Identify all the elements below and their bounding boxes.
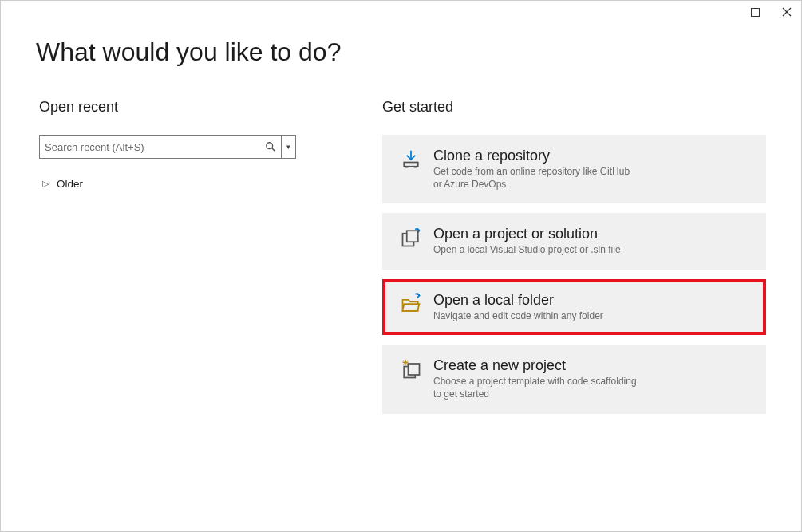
folder-open-icon bbox=[397, 292, 425, 315]
search-row: ▾ bbox=[39, 135, 334, 159]
action-title: Open a project or solution bbox=[433, 226, 749, 242]
page-title: What would you like to do? bbox=[1, 23, 801, 67]
search-input[interactable] bbox=[40, 141, 265, 153]
search-icon[interactable] bbox=[265, 141, 281, 152]
svg-rect-10 bbox=[407, 231, 418, 242]
open-recent-heading: Open recent bbox=[39, 99, 334, 116]
action-desc: Navigate and edit code within any folder bbox=[433, 310, 641, 323]
svg-rect-8 bbox=[414, 167, 417, 168]
main-content: Open recent ▾ ▷ Older Get started bbox=[1, 67, 801, 414]
action-desc: Choose a project template with code scaf… bbox=[433, 376, 641, 400]
svg-point-3 bbox=[267, 143, 273, 149]
clone-icon bbox=[397, 148, 425, 171]
get-started-heading: Get started bbox=[382, 99, 766, 116]
action-text: Open a project or solution Open a local … bbox=[425, 226, 749, 257]
open-recent-section: Open recent ▾ ▷ Older bbox=[39, 99, 334, 414]
action-text: Open a local folder Navigate and edit co… bbox=[425, 292, 749, 323]
action-desc: Get code from an online repository like … bbox=[433, 166, 641, 191]
action-open-project[interactable]: Open a project or solution Open a local … bbox=[382, 213, 766, 270]
recent-group-label: Older bbox=[57, 178, 83, 190]
maximize-button[interactable] bbox=[747, 4, 763, 20]
svg-line-4 bbox=[272, 148, 275, 152]
search-container[interactable] bbox=[39, 135, 282, 159]
action-title: Create a new project bbox=[433, 357, 749, 374]
recent-group-older[interactable]: ▷ Older bbox=[39, 171, 334, 190]
get-started-section: Get started Clone a repository Get code … bbox=[382, 99, 766, 414]
titlebar bbox=[1, 1, 801, 23]
action-create-new-project[interactable]: Create a new project Choose a project te… bbox=[382, 345, 766, 413]
action-title: Clone a repository bbox=[433, 148, 749, 164]
action-desc: Open a local Visual Studio project or .s… bbox=[433, 244, 641, 257]
action-text: Create a new project Choose a project te… bbox=[425, 357, 749, 400]
svg-rect-6 bbox=[404, 163, 418, 167]
svg-rect-0 bbox=[751, 8, 759, 16]
svg-rect-16 bbox=[409, 364, 420, 375]
chevron-right-icon: ▷ bbox=[42, 179, 49, 189]
action-clone-repository[interactable]: Clone a repository Get code from an onli… bbox=[382, 135, 766, 203]
close-button[interactable] bbox=[779, 4, 795, 20]
action-list: Clone a repository Get code from an onli… bbox=[382, 135, 766, 414]
chevron-down-icon: ▾ bbox=[286, 143, 290, 151]
action-title: Open a local folder bbox=[433, 292, 749, 309]
svg-rect-7 bbox=[405, 167, 409, 168]
action-open-local-folder[interactable]: Open a local folder Navigate and edit co… bbox=[382, 279, 766, 336]
new-project-icon bbox=[397, 357, 425, 380]
open-project-icon bbox=[397, 226, 425, 249]
search-dropdown[interactable]: ▾ bbox=[282, 135, 296, 159]
action-text: Clone a repository Get code from an onli… bbox=[425, 148, 749, 191]
